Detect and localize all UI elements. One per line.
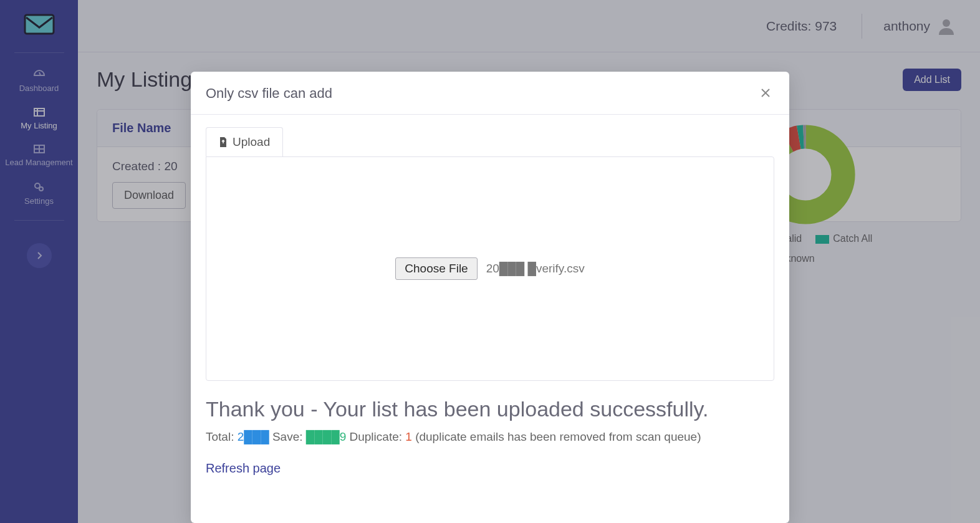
modal-overlay[interactable]: Only csv file can add Upload Choose File… [0, 0, 980, 523]
modal-title: Only csv file can add [206, 85, 332, 102]
duplicate-label: Duplicate: [350, 430, 403, 443]
modal-close-button[interactable] [757, 84, 774, 103]
tab-label: Upload [233, 135, 270, 149]
refresh-page-link[interactable]: Refresh page [206, 461, 281, 476]
save-value: ████9 [306, 430, 346, 443]
tab-upload[interactable]: Upload [206, 127, 283, 156]
close-icon [761, 88, 771, 98]
upload-modal: Only csv file can add Upload Choose File… [191, 72, 789, 523]
duplicate-value: 1 [405, 430, 412, 443]
modal-tabs: Upload [206, 127, 774, 156]
upload-dropzone: Choose File 20███ █verify.csv [206, 156, 774, 381]
total-label: Total: [206, 430, 234, 443]
selected-filename: 20███ █verify.csv [486, 262, 585, 276]
save-label: Save: [272, 430, 303, 443]
upload-stats: Total: 2███ Save: ████9 Duplicate: 1 (du… [206, 430, 774, 444]
choose-file-button[interactable]: Choose File [395, 257, 477, 280]
total-value: 2███ [238, 430, 269, 443]
duplicate-note: (duplicate emails has been removed from … [415, 430, 701, 443]
file-upload-icon [219, 137, 228, 147]
modal-header: Only csv file can add [191, 72, 789, 115]
upload-success-message: Thank you - Your list has been uploaded … [206, 397, 774, 421]
